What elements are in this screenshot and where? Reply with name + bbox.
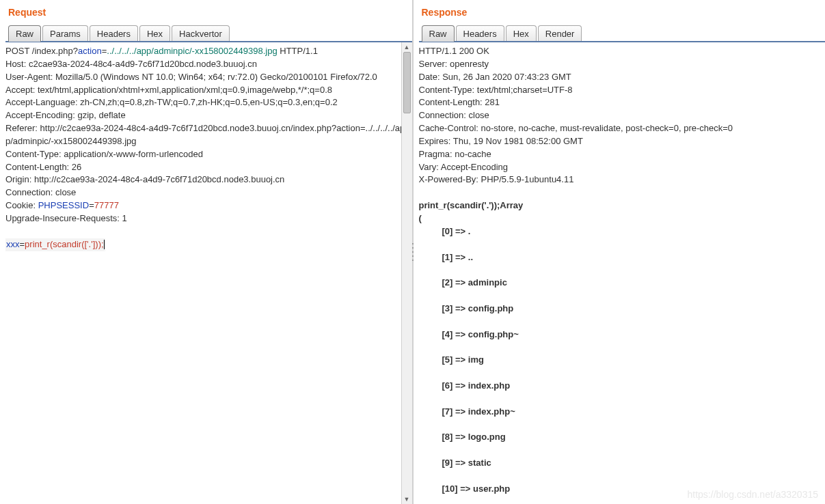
scroll-down-icon[interactable]: ▼: [402, 494, 412, 504]
request-title: Request: [5, 4, 412, 25]
request-tab-hex[interactable]: Hex: [139, 25, 170, 42]
request-tab-raw[interactable]: Raw: [8, 25, 41, 42]
request-tabbar: RawParamsHeadersHexHackvertor: [5, 25, 412, 41]
scroll-thumb[interactable]: [403, 52, 411, 113]
request-pane: Request RawParamsHeadersHexHackvertor PO…: [0, 0, 414, 504]
response-raw-viewer[interactable]: HTTP/1.1 200 OK Server: openresty Date: …: [419, 42, 826, 504]
response-tab-raw[interactable]: Raw: [422, 25, 455, 42]
splitter-grip[interactable]: [411, 243, 415, 261]
response-tab-hex[interactable]: Hex: [506, 25, 537, 42]
split-container: Request RawParamsHeadersHexHackvertor PO…: [0, 0, 825, 504]
request-tab-hackvertor[interactable]: Hackvertor: [172, 25, 230, 42]
request-content-wrap: POST /index.php?action=../../../../app/a…: [5, 41, 412, 504]
scroll-up-icon[interactable]: ▲: [402, 42, 412, 52]
request-tab-headers[interactable]: Headers: [90, 25, 138, 42]
response-title: Response: [419, 4, 826, 25]
request-tab-params[interactable]: Params: [42, 25, 88, 42]
response-tabbar: RawHeadersHexRender: [419, 25, 826, 41]
response-pane: Response RawHeadersHexRender HTTP/1.1 20…: [414, 0, 826, 504]
response-content-wrap: HTTP/1.1 200 OK Server: openresty Date: …: [419, 41, 826, 504]
request-scrollbar[interactable]: ▲ ▼: [401, 42, 412, 504]
request-raw-editor[interactable]: POST /index.php?action=../../../../app/a…: [5, 42, 412, 504]
response-tab-render[interactable]: Render: [538, 25, 582, 42]
response-tab-headers[interactable]: Headers: [456, 25, 504, 42]
